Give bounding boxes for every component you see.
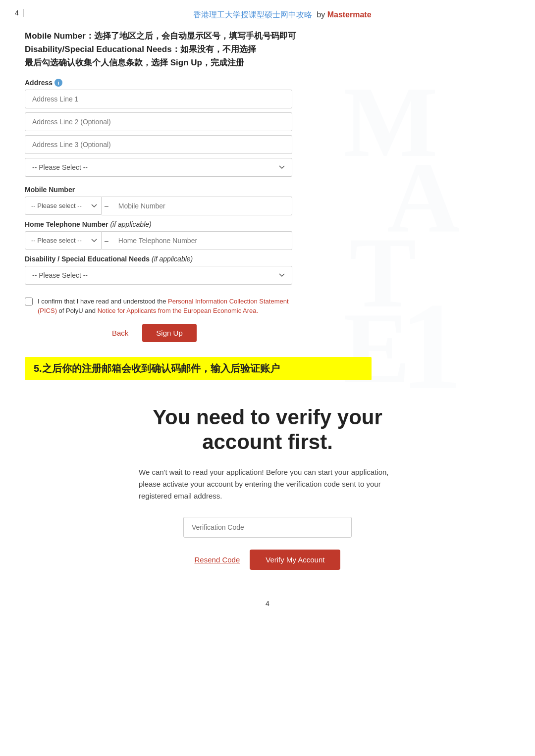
verify-button-row: Resend Code Verify My Account: [119, 550, 416, 570]
home-tel-label-text: Home Telephone Number: [25, 220, 108, 228]
verify-account-button[interactable]: Verify My Account: [250, 550, 340, 570]
disability-label: Disability / Special Educational Needs (…: [25, 255, 292, 263]
address-line2-input[interactable]: [25, 112, 292, 131]
address-info-icon[interactable]: i: [54, 79, 62, 87]
back-button[interactable]: Back: [104, 325, 136, 341]
disability-select[interactable]: -- Please Select --: [25, 266, 292, 285]
phone-separator: –: [102, 197, 111, 215]
confirm-row: I confirm that I have read and understoo…: [25, 297, 292, 316]
resend-code-button[interactable]: Resend Code: [195, 555, 240, 564]
form-button-row: Back Sign Up: [25, 324, 292, 342]
confirm-text-mid: of PolyU and: [57, 307, 98, 314]
verification-code-input[interactable]: [183, 517, 352, 538]
registration-form: Address i -- Please Select -- Mobile Num…: [25, 79, 292, 342]
country-select[interactable]: -- Please Select --: [25, 158, 292, 177]
instruction-line1: Mobile Number：选择了地区之后，会自动显示区号，填写手机号码即可: [25, 29, 510, 43]
mobile-number-input[interactable]: [111, 197, 292, 215]
header-main-text: 香港理工大学授课型硕士网中攻略: [193, 10, 312, 19]
instruction-line2: Disability/Special Educational Needs：如果没…: [25, 43, 510, 56]
notice-link[interactable]: Notice for Applicants from the European …: [98, 307, 258, 314]
verify-title: You need to verify your account first.: [119, 405, 416, 455]
mobile-phone-row: -- Please select -- –: [25, 197, 292, 215]
verify-title-line1: You need to verify your: [119, 405, 416, 430]
confirm-text: I confirm that I have read and understoo…: [38, 297, 292, 316]
mobile-country-select[interactable]: -- Please select --: [25, 197, 102, 215]
home-tel-label-italic: (if applicable): [110, 220, 151, 228]
home-tel-separator: –: [102, 231, 111, 250]
home-tel-row: -- Please select -- –: [25, 231, 292, 250]
header-brand: Mastermate: [327, 10, 372, 19]
address-section-label: Address i: [25, 79, 292, 87]
address-label-text: Address: [25, 79, 53, 87]
instruction-line3: 最后勾选确认收集个人信息条款，选择 Sign Up，完成注册: [25, 56, 510, 69]
home-tel-input[interactable]: [111, 231, 292, 250]
home-tel-label: Home Telephone Number (if applicable): [25, 220, 292, 228]
verify-description: We can't wait to read your application! …: [139, 466, 396, 502]
signup-button[interactable]: Sign Up: [142, 324, 196, 342]
verify-section: You need to verify your account first. W…: [119, 395, 416, 580]
confirm-checkbox[interactable]: [25, 298, 33, 305]
header-title: 香港理工大学授课型硕士网中攻略 by Mastermate: [25, 10, 510, 20]
address-line1-input[interactable]: [25, 90, 292, 108]
disability-label-italic: (if applicable): [152, 255, 193, 263]
disability-label-text: Disability / Special Educational Needs: [25, 255, 150, 263]
mobile-number-label: Mobile Number: [25, 186, 292, 194]
header-by: by: [317, 10, 325, 19]
instructions: Mobile Number：选择了地区之后，会自动显示区号，填写手机号码即可 D…: [25, 29, 510, 70]
step5-banner: 5.之后你的注册邮箱会收到确认码邮件，输入后验证账户: [25, 357, 372, 380]
home-tel-country-select[interactable]: -- Please select --: [25, 231, 102, 250]
page-number-bottom: 4: [25, 600, 510, 607]
verify-title-line2: account first.: [119, 430, 416, 454]
page-number-top: 4: [15, 9, 24, 17]
address-line3-input[interactable]: [25, 135, 292, 154]
confirm-text-plain: I confirm that I have read and understoo…: [38, 298, 168, 305]
